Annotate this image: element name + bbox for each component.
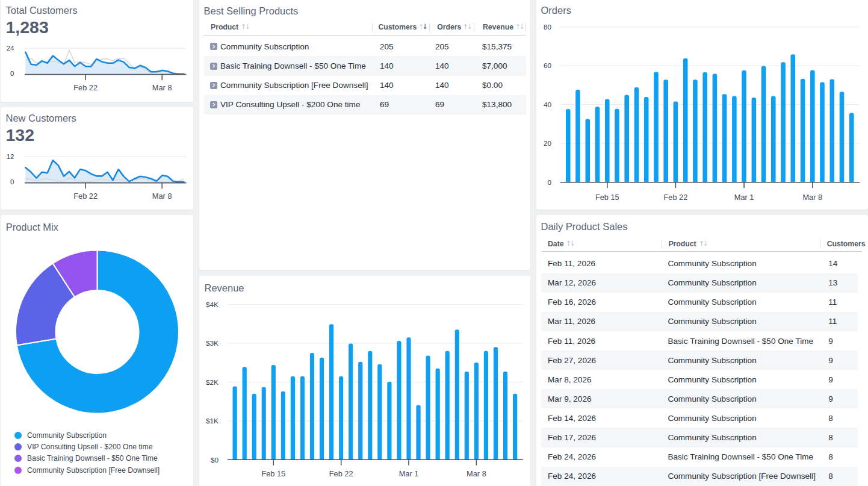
svg-text:0: 0 <box>10 70 14 77</box>
svg-text:80: 80 <box>544 23 552 31</box>
svg-text:$0: $0 <box>211 455 219 464</box>
svg-text:$2K: $2K <box>206 378 219 386</box>
svg-text:Feb 22: Feb 22 <box>73 192 98 201</box>
svg-text:Feb 22: Feb 22 <box>73 83 98 92</box>
svg-text:Mar 8: Mar 8 <box>152 192 172 201</box>
svg-text:Mar 8: Mar 8 <box>467 469 486 478</box>
svg-text:Mar 1: Mar 1 <box>734 193 754 202</box>
svg-text:60: 60 <box>544 61 552 70</box>
svg-text:12: 12 <box>7 153 14 160</box>
svg-text:Mar 8: Mar 8 <box>152 83 172 92</box>
svg-text:$1K: $1K <box>206 417 219 425</box>
svg-text:0: 0 <box>10 178 14 185</box>
svg-text:$4K: $4K <box>206 300 219 308</box>
svg-text:Mar 8: Mar 8 <box>802 193 822 202</box>
svg-text:40: 40 <box>544 101 552 109</box>
svg-text:Feb 22: Feb 22 <box>663 193 687 202</box>
svg-text:Feb 15: Feb 15 <box>261 469 285 478</box>
svg-text:$3K: $3K <box>206 339 219 347</box>
svg-text:Feb 15: Feb 15 <box>595 193 619 202</box>
svg-text:Feb 22: Feb 22 <box>329 469 353 478</box>
svg-text:20: 20 <box>544 139 552 148</box>
svg-text:Mar 1: Mar 1 <box>399 469 419 478</box>
svg-text:0: 0 <box>547 178 551 187</box>
svg-text:24: 24 <box>7 45 14 52</box>
